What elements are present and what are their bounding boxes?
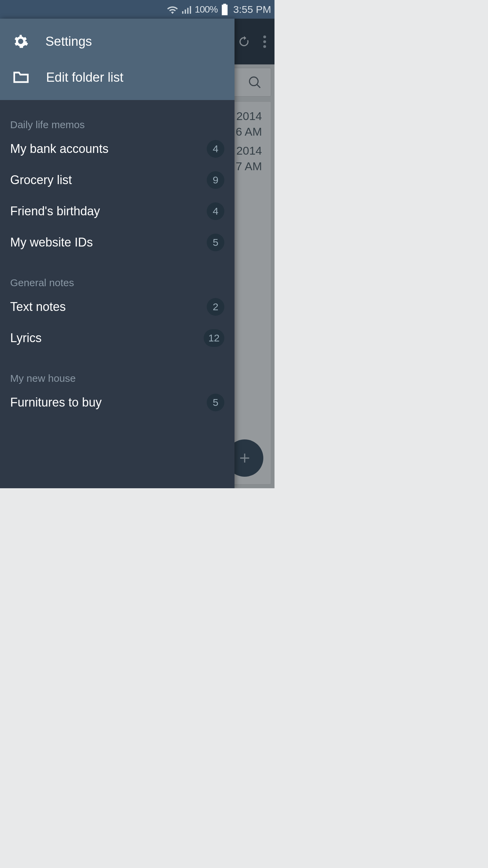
gear-icon — [13, 34, 28, 49]
count-badge: 12 — [204, 329, 224, 347]
folder-row[interactable]: Furnitures to buy 5 — [0, 387, 235, 418]
folder-row[interactable]: My website IDs 5 — [0, 227, 235, 258]
drawer-header: Settings Edit folder list — [0, 19, 235, 100]
cellular-signal-icon — [181, 5, 191, 14]
folder-row[interactable]: My bank accounts 4 — [0, 133, 235, 164]
count-badge: 9 — [207, 171, 224, 189]
folder-name: Text notes — [10, 300, 66, 314]
count-badge: 2 — [207, 298, 224, 316]
folder-name: My bank accounts — [10, 142, 108, 156]
settings-label: Settings — [45, 34, 92, 49]
folder-name: My website IDs — [10, 235, 93, 250]
edit-folder-list-label: Edit folder list — [46, 70, 123, 85]
clock-time: 3:55 PM — [233, 4, 271, 15]
folder-icon — [13, 71, 29, 84]
settings-item[interactable]: Settings — [0, 23, 235, 59]
section-title: General notes — [0, 258, 235, 291]
folder-name: Grocery list — [10, 173, 72, 187]
count-badge: 4 — [207, 140, 224, 158]
folder-name: Friend's birthday — [10, 204, 100, 218]
status-bar: 100% 3:55 PM — [0, 0, 274, 19]
navigation-drawer: Settings Edit folder list Daily life mem… — [0, 19, 235, 488]
folder-name: Furnitures to buy — [10, 395, 102, 410]
folder-row[interactable]: Lyrics 12 — [0, 322, 235, 354]
count-badge: 5 — [207, 394, 224, 411]
battery-icon — [221, 4, 228, 15]
edit-folder-list-item[interactable]: Edit folder list — [0, 59, 235, 95]
folder-row[interactable]: Text notes 2 — [0, 291, 235, 322]
wifi-icon — [167, 5, 178, 14]
count-badge: 4 — [207, 202, 224, 220]
drawer-body: Daily life memos My bank accounts 4 Groc… — [0, 100, 235, 428]
folder-row[interactable]: Friend's birthday 4 — [0, 196, 235, 227]
section-title: My new house — [0, 354, 235, 387]
folder-name: Lyrics — [10, 331, 42, 345]
folder-row[interactable]: Grocery list 9 — [0, 164, 235, 196]
battery-percent: 100% — [195, 4, 218, 15]
section-title: Daily life memos — [0, 100, 235, 133]
count-badge: 5 — [207, 234, 224, 251]
